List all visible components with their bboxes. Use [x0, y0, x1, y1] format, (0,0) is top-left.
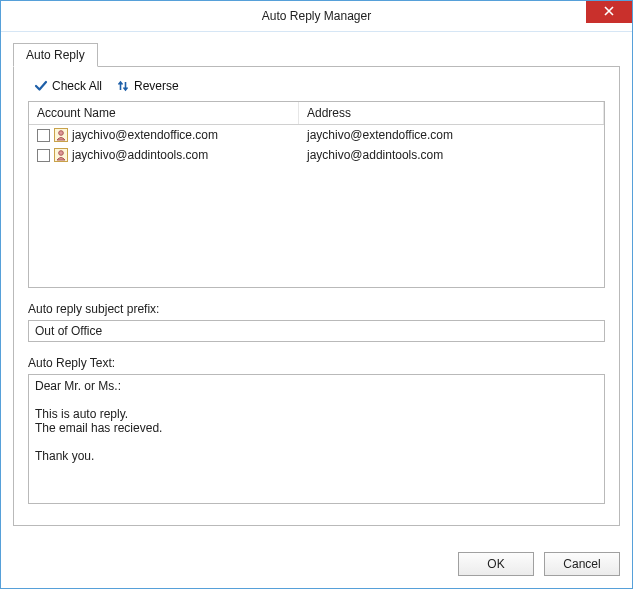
person-icon: [54, 128, 68, 142]
svg-point-1: [59, 131, 64, 136]
list-body: jaychivo@extendoffice.comjaychivo@extend…: [29, 125, 604, 165]
reverse-link[interactable]: Reverse: [116, 79, 179, 93]
subject-prefix-label: Auto reply subject prefix:: [28, 302, 605, 316]
row-checkbox[interactable]: [37, 149, 50, 162]
subject-prefix-input[interactable]: [28, 320, 605, 342]
reverse-icon: [116, 79, 130, 93]
cell-address: jaychivo@extendoffice.com: [299, 128, 604, 142]
titlebar: Auto Reply Manager: [1, 1, 632, 32]
close-icon: [604, 5, 614, 19]
toolbar: Check All Reverse: [28, 79, 605, 101]
tab-strip: Auto Reply: [13, 42, 620, 66]
tab-auto-reply[interactable]: Auto Reply: [13, 43, 98, 67]
column-header-address[interactable]: Address: [299, 102, 604, 124]
column-header-name[interactable]: Account Name: [29, 102, 299, 124]
cancel-button[interactable]: Cancel: [544, 552, 620, 576]
list-header: Account Name Address: [29, 102, 604, 125]
client-area: Auto Reply Check All: [1, 32, 632, 538]
cell-account-name: jaychivo@addintools.com: [29, 148, 299, 162]
address-text: jaychivo@addintools.com: [307, 148, 443, 162]
close-button[interactable]: [586, 1, 632, 23]
account-name-text: jaychivo@extendoffice.com: [72, 128, 218, 142]
button-bar: OK Cancel: [1, 538, 632, 588]
check-all-link[interactable]: Check All: [34, 79, 102, 93]
person-icon: [54, 148, 68, 162]
table-row[interactable]: jaychivo@extendoffice.comjaychivo@extend…: [29, 125, 604, 145]
checkmark-icon: [34, 79, 48, 93]
svg-point-3: [59, 151, 64, 156]
window-frame: Auto Reply Manager Auto Reply Check All: [0, 0, 633, 589]
address-text: jaychivo@extendoffice.com: [307, 128, 453, 142]
spacer: [28, 504, 605, 511]
reply-text-label: Auto Reply Text:: [28, 356, 605, 370]
table-row[interactable]: jaychivo@addintools.comjaychivo@addintoo…: [29, 145, 604, 165]
window-title: Auto Reply Manager: [262, 9, 371, 23]
cell-account-name: jaychivo@extendoffice.com: [29, 128, 299, 142]
accounts-list: Account Name Address jaychivo@extendoffi…: [28, 101, 605, 288]
tab-page: Check All Reverse Acc: [13, 66, 620, 526]
ok-button[interactable]: OK: [458, 552, 534, 576]
check-all-label: Check All: [52, 79, 102, 93]
reverse-label: Reverse: [134, 79, 179, 93]
row-checkbox[interactable]: [37, 129, 50, 142]
reply-text-input[interactable]: [28, 374, 605, 504]
account-name-text: jaychivo@addintools.com: [72, 148, 208, 162]
cell-address: jaychivo@addintools.com: [299, 148, 604, 162]
